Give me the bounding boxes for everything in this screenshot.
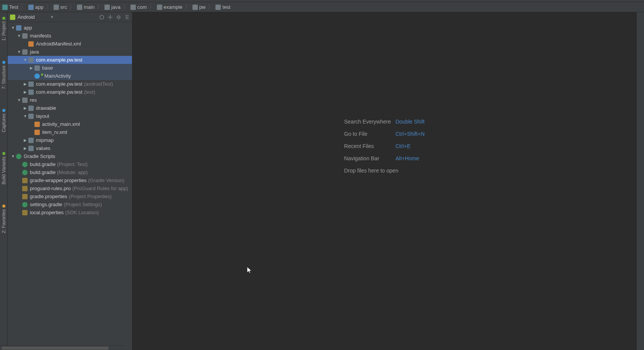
- tree-node[interactable]: ▶com.example.pw.test(test): [8, 88, 132, 96]
- tree-node-qualifier: (test): [84, 89, 95, 95]
- left-tool-gutter[interactable]: 1: Project7: StructureCapturesBuild Vari…: [0, 12, 8, 350]
- breadcrumb-item[interactable]: src: [53, 4, 68, 10]
- tree-node-label: build.gradle: [30, 169, 55, 175]
- breadcrumb-label: main: [84, 4, 95, 10]
- breadcrumb-separator-icon: 〉: [97, 4, 102, 11]
- breadcrumb-item[interactable]: main: [76, 4, 95, 10]
- breadcrumb-item[interactable]: com: [130, 4, 148, 10]
- tree-node-label: values: [36, 145, 51, 151]
- node-icon: [22, 194, 28, 199]
- tree-node[interactable]: ▶build.gradle(Project: Test): [8, 160, 132, 168]
- tree-node[interactable]: ▶local.properties(SDK Location): [8, 208, 132, 217]
- breadcrumb-separator-icon: 〉: [21, 4, 26, 11]
- tree-node[interactable]: ▶proguard-rules.pro(ProGuard Rules for a…: [8, 184, 132, 192]
- expand-arrow-right-icon[interactable]: ▶: [23, 138, 28, 142]
- expand-arrow-right-icon[interactable]: ▶: [23, 82, 28, 86]
- breadcrumb-item[interactable]: test: [215, 4, 231, 10]
- tree-node-label: com.example.pw.test: [36, 81, 82, 87]
- tree-node-qualifier: (SDK Location): [65, 210, 99, 215]
- breadcrumb-label: test: [222, 4, 230, 10]
- breadcrumb-item[interactable]: pw: [192, 4, 207, 10]
- tree-node[interactable]: ▶AndroidManifest.xml: [8, 40, 132, 48]
- target-icon[interactable]: [108, 15, 113, 20]
- folder-icon: [215, 5, 221, 10]
- breadcrumb[interactable]: Test〉app〉src〉main〉java〉com〉example〉pw〉te…: [0, 2, 644, 12]
- tree-node[interactable]: ▶drawable: [8, 104, 132, 112]
- expand-arrow-down-icon[interactable]: ▼: [23, 114, 28, 118]
- empty-editor-hints: Search EverywhereDouble ShiftGo to FileC…: [344, 119, 424, 174]
- expand-arrow-right-icon[interactable]: ▶: [23, 146, 28, 150]
- folder-icon: [2, 5, 8, 10]
- tree-node[interactable]: ▶build.gradle(Module: app): [8, 168, 132, 176]
- project-panel-header[interactable]: Android ▼: [8, 12, 132, 22]
- dropdown-arrow-icon[interactable]: ▼: [50, 15, 54, 19]
- breadcrumb-item[interactable]: example: [156, 4, 183, 10]
- tree-node[interactable]: ▼app: [8, 24, 132, 32]
- expand-arrow-right-icon[interactable]: ▶: [29, 66, 34, 70]
- scrollbar-thumb[interactable]: [2, 347, 109, 350]
- tree-node[interactable]: ▼layout: [8, 112, 132, 120]
- expand-arrow-down-icon[interactable]: ▼: [11, 26, 15, 30]
- expand-arrow-down-icon[interactable]: ▼: [17, 50, 21, 54]
- breadcrumb-item[interactable]: Test: [2, 4, 19, 10]
- breadcrumb-item[interactable]: java: [104, 4, 121, 10]
- tree-node[interactable]: ▶MainActivity: [8, 72, 132, 80]
- tool-dot-icon: [2, 152, 5, 155]
- tree-node[interactable]: ▶values: [8, 144, 132, 152]
- tree-node[interactable]: ▶base: [8, 64, 132, 72]
- right-tool-gutter[interactable]: [636, 12, 644, 350]
- tool-window-tab[interactable]: 1: Project: [1, 15, 7, 43]
- node-icon: [22, 170, 28, 175]
- sync-icon[interactable]: [99, 15, 104, 20]
- expand-arrow-down-icon[interactable]: ▼: [17, 98, 21, 102]
- expand-arrow-right-icon[interactable]: ▶: [23, 90, 28, 94]
- tree-node[interactable]: ▼java: [8, 48, 132, 56]
- tree-node[interactable]: ▶activity_main.xml: [8, 120, 132, 128]
- tree-node-label: gradle.properties: [30, 194, 67, 199]
- tree-node-label: com.example.pw.test: [36, 57, 82, 63]
- android-icon: [10, 15, 15, 20]
- expand-arrow-right-icon[interactable]: ▶: [23, 106, 28, 110]
- breadcrumb-item[interactable]: app: [28, 4, 44, 10]
- tree-node-label: Gradle Scripts: [24, 153, 55, 159]
- tree-node[interactable]: ▼com.example.pw.test: [8, 56, 132, 64]
- svg-point-0: [100, 15, 104, 19]
- hint-label: Navigation Bar: [344, 155, 391, 161]
- tree-node[interactable]: ▶item_rv.xml: [8, 128, 132, 136]
- tree-node[interactable]: ▶gradle.properties(Project Properties): [8, 192, 132, 200]
- breadcrumb-label: java: [111, 4, 121, 10]
- expand-arrow-down-icon[interactable]: ▼: [23, 58, 28, 62]
- horizontal-scrollbar[interactable]: [0, 345, 125, 350]
- expand-arrow-down-icon[interactable]: ▼: [11, 154, 15, 158]
- hint-label: Search Everywhere: [344, 119, 391, 125]
- tree-node-label: drawable: [36, 105, 56, 111]
- tree-node[interactable]: ▼Gradle Scripts: [8, 152, 132, 160]
- tree-node[interactable]: ▶mipmap: [8, 136, 132, 144]
- project-tree[interactable]: ▼app▼manifests▶AndroidManifest.xml▼java▼…: [8, 22, 132, 350]
- tree-node[interactable]: ▼manifests: [8, 32, 132, 40]
- tree-node[interactable]: ▶gradle-wrapper.properties(Gradle Versio…: [8, 176, 132, 184]
- run-dot-icon: [41, 73, 43, 76]
- hint-shortcut: Ctrl+Shift+N: [395, 131, 424, 137]
- node-icon: [28, 106, 34, 111]
- tree-node-qualifier: (Project: Test): [57, 161, 88, 167]
- project-view-title[interactable]: Android: [18, 14, 35, 20]
- tool-dot-icon: [2, 17, 5, 20]
- tool-window-tab[interactable]: Build Variants: [1, 150, 7, 187]
- expand-arrow-down-icon[interactable]: ▼: [17, 34, 21, 38]
- tool-window-tab[interactable]: 2: Favorites: [1, 202, 7, 236]
- project-panel: Android ▼ ▼app▼manifests▶AndroidManifest…: [8, 12, 132, 350]
- tree-node[interactable]: ▶com.example.pw.test(androidTest): [8, 80, 132, 88]
- node-icon: [34, 65, 40, 71]
- tool-window-tab[interactable]: 7: Structure: [1, 59, 7, 91]
- gear-icon[interactable]: [116, 15, 121, 20]
- tree-node-label: manifests: [30, 33, 51, 39]
- tree-node-label: res: [30, 97, 37, 103]
- tree-node[interactable]: ▼res: [8, 96, 132, 104]
- editor-area[interactable]: Search EverywhereDouble ShiftGo to FileC…: [132, 12, 636, 350]
- breadcrumb-separator-icon: 〉: [149, 4, 155, 11]
- node-icon: [22, 178, 28, 183]
- collapse-icon[interactable]: [124, 15, 130, 20]
- tool-window-tab[interactable]: Captures: [1, 107, 7, 135]
- tree-node[interactable]: ▶settings.gradle(Project Settings): [8, 200, 132, 208]
